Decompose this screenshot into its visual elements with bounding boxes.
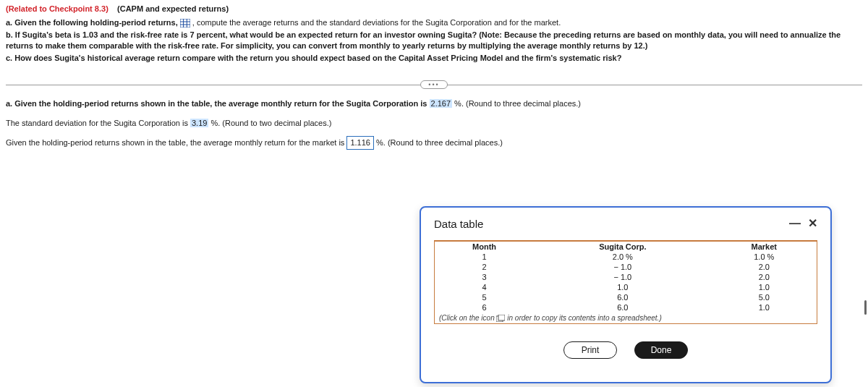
svg-rect-0 <box>180 19 190 27</box>
modal-body: Month Sugita Corp. Market 12.0 %1.0 % 2−… <box>434 240 817 324</box>
svg-rect-6 <box>498 315 505 320</box>
question-b: b. If Sugita's beta is 1.03 and the risk… <box>6 30 862 51</box>
answer1-value: 2.167 <box>430 99 453 108</box>
table-row: 3− 1.02.0 <box>435 272 817 282</box>
answer3-input[interactable]: 1.116 <box>346 136 374 150</box>
modal-title: Data table <box>434 218 483 230</box>
expand-dots[interactable]: ••• <box>420 80 447 89</box>
subtitle: (CAPM and expected returns) <box>117 4 229 13</box>
question-a: a. Given the following holding-period re… <box>6 17 862 28</box>
section-divider: ••• <box>6 80 862 89</box>
answer1-pre: a. Given the holding-period returns show… <box>6 99 430 108</box>
answer-line-2: The standard deviation for the Sugita Co… <box>6 117 862 129</box>
modal-header: Data table — ✕ <box>434 218 817 230</box>
done-button[interactable]: Done <box>634 341 688 359</box>
answer-line-1: a. Given the holding-period returns show… <box>6 98 862 110</box>
modal-footer: Print Done <box>434 341 817 359</box>
data-table: Month Sugita Corp. Market 12.0 %1.0 % 2−… <box>435 242 817 312</box>
close-icon[interactable]: ✕ <box>808 218 817 229</box>
answer-block: a. Given the holding-period returns show… <box>6 98 862 150</box>
col-sugita: Sugita Corp. <box>534 242 711 252</box>
checkpoint-label: (Related to Checkpoint 8.3) <box>6 4 109 13</box>
note-pre: (Click on the icon <box>439 314 496 322</box>
question-c: c. How does Sugita's historical average … <box>6 53 862 64</box>
answer1-post: %. (Round to three decimal places.) <box>454 99 581 108</box>
answer-line-3: Given the holding-period returns shown i… <box>6 136 862 150</box>
note-post: in order to copy its contents into a spr… <box>507 314 661 322</box>
question-header: (Related to Checkpoint 8.3) (CAPM and ex… <box>6 4 862 13</box>
minimize-icon[interactable]: — <box>789 218 801 229</box>
question-a-post: , compute the average returns and the st… <box>192 18 561 27</box>
print-button[interactable]: Print <box>563 341 617 359</box>
answer2-post: %. (Round to two decimal places.) <box>210 119 331 127</box>
table-row: 2− 1.02.0 <box>435 262 817 272</box>
scrollbar-thumb[interactable] <box>864 300 867 315</box>
table-row: 41.01.0 <box>435 282 817 292</box>
table-row: 12.0 %1.0 % <box>435 252 817 262</box>
data-table-icon[interactable] <box>180 19 190 27</box>
copy-icon[interactable] <box>496 315 505 322</box>
answer2-pre: The standard deviation for the Sugita Co… <box>6 119 190 127</box>
col-market: Market <box>712 242 817 252</box>
answer3-post: %. (Round to three decimal places.) <box>376 138 503 147</box>
answer2-value: 3.19 <box>190 119 208 127</box>
modal-note: (Click on the icon in order to copy its … <box>435 312 817 323</box>
table-header-row: Month Sugita Corp. Market <box>435 242 817 252</box>
table-row: 66.01.0 <box>435 302 817 312</box>
question-body: a. Given the following holding-period re… <box>6 17 862 63</box>
data-table-modal: Data table — ✕ Month Sugita Corp. Market… <box>420 206 832 383</box>
question-a-pre: a. Given the following holding-period re… <box>6 18 180 27</box>
table-row: 56.05.0 <box>435 292 817 302</box>
col-month: Month <box>435 242 534 252</box>
answer3-pre: Given the holding-period returns shown i… <box>6 138 346 147</box>
